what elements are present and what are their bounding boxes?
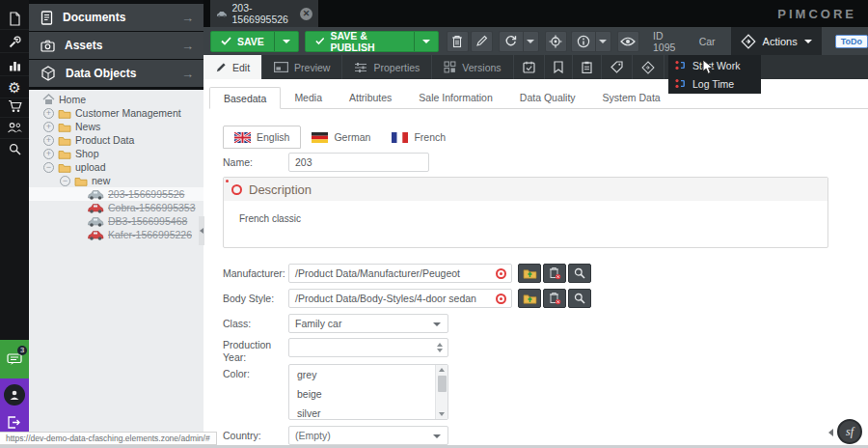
body-style-open-button[interactable] xyxy=(518,289,541,308)
tab-schedule[interactable] xyxy=(514,55,545,79)
object-id-label: ID 1095 xyxy=(653,30,686,53)
collapse-icon[interactable] xyxy=(43,162,54,173)
save-publish-dropdown[interactable] xyxy=(414,32,438,51)
search-button[interactable] xyxy=(0,138,29,160)
save-dropdown[interactable] xyxy=(274,32,298,51)
symfony-profiler-badge[interactable]: sf xyxy=(837,419,862,444)
tree-item-news[interactable]: News xyxy=(29,120,203,133)
transition-icon xyxy=(675,60,686,70)
open-preview-button[interactable] xyxy=(617,31,639,52)
number-spinner[interactable] xyxy=(432,340,447,355)
profiler-collapse-icon[interactable] xyxy=(828,429,833,436)
tab-preview[interactable]: Preview xyxy=(262,55,342,79)
accordion-data-objects[interactable]: Data Objects → xyxy=(29,60,203,87)
country-select[interactable]: (Empty) xyxy=(288,426,448,445)
save-label: SAVE xyxy=(237,36,264,47)
collapse-icon[interactable] xyxy=(60,176,70,186)
tab-data-quality[interactable]: Data Quality xyxy=(506,87,589,108)
scroll-down-icon[interactable] xyxy=(439,412,445,416)
tab-versions[interactable]: Versions xyxy=(432,55,513,79)
person-icon xyxy=(9,389,20,401)
ecommerce-button[interactable] xyxy=(0,96,29,118)
tree-item-home[interactable]: Home xyxy=(29,93,203,106)
description-editor[interactable]: French classic xyxy=(224,201,827,224)
accordion-assets[interactable]: Assets → xyxy=(29,32,203,59)
lang-tab-german[interactable]: German xyxy=(301,126,381,149)
tab-tags[interactable] xyxy=(602,55,633,79)
reload-button[interactable] xyxy=(499,31,523,52)
tab-dependencies[interactable] xyxy=(545,55,573,79)
save-button[interactable]: SAVE xyxy=(210,31,299,52)
tab-attributes[interactable]: Attributes xyxy=(336,87,405,108)
tree-item-cobra[interactable]: Cobra-1566995353 xyxy=(29,201,203,214)
documents-shortcut-button[interactable] xyxy=(0,8,29,30)
delete-button[interactable] xyxy=(447,31,469,52)
panel-collapse-handle[interactable] xyxy=(199,216,204,245)
manufacturer-search-button[interactable] xyxy=(568,264,591,283)
menu-item-start-work[interactable]: Start Work xyxy=(668,56,761,74)
color-option-silver[interactable]: silver xyxy=(289,404,448,420)
tab-system-data[interactable]: System Data xyxy=(589,87,674,108)
users-button[interactable] xyxy=(0,117,29,139)
lang-tab-french[interactable]: French xyxy=(381,126,456,149)
tree-item-customer-management[interactable]: Customer Management xyxy=(29,106,203,120)
close-icon[interactable]: ✕ xyxy=(300,8,312,20)
tree-item-new[interactable]: new xyxy=(29,174,203,187)
info-dropdown[interactable] xyxy=(595,31,611,52)
tab-media[interactable]: Media xyxy=(281,87,336,108)
sidebar-panel: Documents → Assets → Data Objects → xyxy=(29,0,203,448)
tree-item-product-data[interactable]: Product Data xyxy=(29,133,203,147)
lang-tab-english[interactable]: English xyxy=(223,126,301,149)
class-select[interactable]: Family car xyxy=(288,314,448,333)
open-object-tab[interactable]: 203-1566995526 ✕ xyxy=(210,0,318,27)
expand-icon[interactable] xyxy=(43,149,54,159)
actions-button[interactable]: Actions xyxy=(731,27,822,55)
rename-button[interactable] xyxy=(471,31,493,52)
tab-edit[interactable]: Edit xyxy=(203,55,262,79)
production-year-input[interactable] xyxy=(288,338,448,357)
manufacturer-open-button[interactable] xyxy=(518,264,541,283)
avatar[interactable] xyxy=(4,384,25,406)
body-style-input[interactable]: /Product Data/Body-Styles/4-door sedan xyxy=(288,289,512,308)
manufacturer-clear-button[interactable] xyxy=(543,264,566,283)
car-icon xyxy=(87,230,104,240)
tree-item-kafer[interactable]: Kafer-1566995226 xyxy=(29,228,203,241)
expand-icon[interactable] xyxy=(43,135,54,146)
color-option-grey[interactable]: grey xyxy=(289,365,448,384)
tab-basedata[interactable]: Basedata xyxy=(209,87,281,109)
manufacturer-input[interactable]: /Product Data/Manufacturer/Peugeot xyxy=(288,264,512,283)
camera-icon xyxy=(41,40,55,52)
workflow-diamond-icon xyxy=(741,34,756,49)
chevron-down-icon xyxy=(804,40,812,43)
chevron-down-icon xyxy=(433,322,441,326)
tab-notes[interactable] xyxy=(573,55,602,79)
body-style-search-button[interactable] xyxy=(568,289,591,308)
tab-workflow[interactable] xyxy=(633,55,665,79)
body-style-label: Body Style: xyxy=(223,293,285,305)
tools-button[interactable] xyxy=(0,31,29,53)
name-input[interactable]: 203 xyxy=(288,153,429,172)
folder-open-icon xyxy=(523,267,537,279)
tree-item-db3[interactable]: DB3-1566995468 xyxy=(29,214,203,228)
accordion-documents[interactable]: Documents → xyxy=(29,4,203,31)
tab-sale-information[interactable]: Sale Information xyxy=(405,87,505,108)
tree-item-shop[interactable]: Shop xyxy=(29,147,203,160)
save-publish-button[interactable]: SAVE & PUBLISH xyxy=(305,31,439,52)
tree-item-upload[interactable]: upload xyxy=(29,160,203,174)
pencil-icon xyxy=(215,62,227,73)
tree-item-203[interactable]: 203-1566995526 xyxy=(29,187,203,201)
color-option-beige[interactable]: beige xyxy=(289,384,448,404)
tab-properties[interactable]: Properties xyxy=(342,55,432,79)
info-button[interactable] xyxy=(571,31,595,52)
expand-icon[interactable] xyxy=(43,122,54,132)
scroll-thumb[interactable] xyxy=(438,376,447,392)
scroll-up-icon[interactable] xyxy=(439,368,445,372)
locate-in-tree-button[interactable] xyxy=(545,31,567,52)
menu-item-log-time[interactable]: Log Time xyxy=(668,74,761,93)
reports-button[interactable] xyxy=(0,54,29,76)
expand-icon[interactable] xyxy=(43,108,54,119)
reload-dropdown[interactable] xyxy=(523,31,539,52)
listbox-scrollbar[interactable] xyxy=(435,365,448,419)
chat-button[interactable]: 3 xyxy=(0,340,29,378)
body-style-clear-button[interactable] xyxy=(543,289,566,308)
